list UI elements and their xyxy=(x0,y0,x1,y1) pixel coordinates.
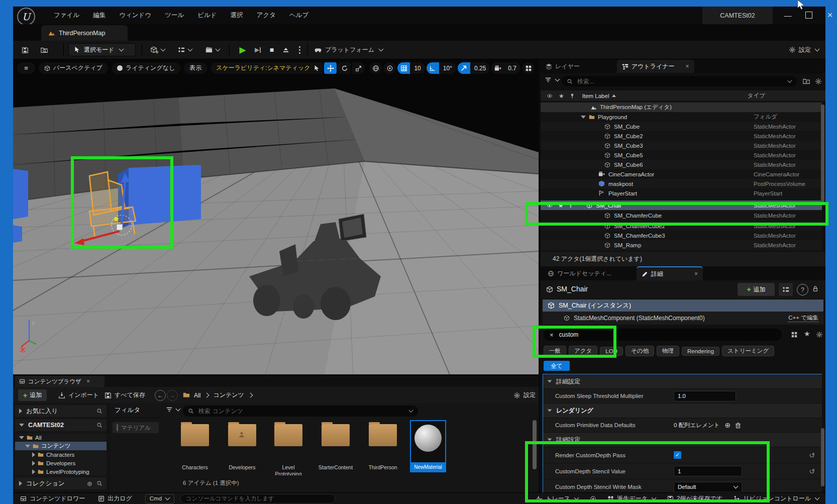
lock-icon[interactable] xyxy=(812,285,819,292)
outliner-row-playerstart[interactable]: PlayerStartPlayerStart xyxy=(541,188,822,198)
content-settings-button[interactable]: 設定 xyxy=(513,389,536,401)
search-icon[interactable] xyxy=(96,408,102,414)
outliner-row-playground[interactable]: Playgroundフォルダ xyxy=(541,112,822,122)
view-mode-dropdown[interactable]: ライティングなし xyxy=(112,62,180,74)
customdepth-checkbox[interactable]: ✓ xyxy=(674,451,681,459)
asset-filter-button[interactable] xyxy=(166,406,180,413)
menu-actor[interactable]: アクタ xyxy=(257,11,276,20)
col-item-label[interactable]: Item Label xyxy=(582,93,609,99)
sleep-threshold-input[interactable]: 1.0 xyxy=(674,391,736,401)
outliner-row[interactable]: SM_RampStaticMeshActor xyxy=(541,240,822,250)
rotate-tool-button[interactable] xyxy=(338,62,351,74)
scalability-warning[interactable]: スケーラビリティ:シネマティック xyxy=(211,62,316,74)
outliner-row[interactable]: SM_ChamferCube3StaticMeshActor xyxy=(541,231,822,240)
add-component-button[interactable]: +追加 xyxy=(738,283,775,296)
tree-item-developers[interactable]: Developers xyxy=(15,459,107,467)
tab-world-settings[interactable]: ワールドセッティ... xyxy=(543,267,616,280)
rotation-snap-value[interactable]: 10° xyxy=(439,62,456,74)
menu-file[interactable]: ファイル xyxy=(54,11,79,20)
unsaved-button[interactable]: 2個が未保存です xyxy=(667,494,723,503)
all-categories-button[interactable]: 全て xyxy=(544,361,570,371)
scale-tool-button[interactable] xyxy=(352,62,365,74)
edit-cpp-link[interactable]: C++ で編集 xyxy=(788,314,818,322)
tab-layers[interactable]: レイヤー xyxy=(541,60,585,73)
breadcrumb-root[interactable]: All xyxy=(194,392,200,399)
details-scrollbar[interactable] xyxy=(821,428,824,486)
close-icon[interactable]: × xyxy=(86,378,90,385)
close-button[interactable]: × xyxy=(823,9,837,22)
outliner-row-maskpost[interactable]: maskpostPostProcessVolume xyxy=(541,179,822,188)
outliner-row[interactable]: SM_Cube2StaticMeshActor xyxy=(541,131,822,141)
outliner-row-map[interactable]: ThirdPersonMap (エディタ) xyxy=(541,103,822,112)
insights-icon[interactable] xyxy=(590,495,596,502)
outliner-row[interactable]: SM_CubeStaticMeshActor xyxy=(541,122,822,131)
outliner-search-box[interactable] xyxy=(562,76,797,86)
stencil-value-input[interactable]: 1 xyxy=(674,466,742,476)
close-icon[interactable]: × xyxy=(694,270,698,277)
menu-select[interactable]: 選択 xyxy=(231,11,243,20)
asset-folder-thirdperson[interactable]: ThirdPerson xyxy=(369,424,408,470)
quick-add-actor-button[interactable]: + xyxy=(147,43,169,56)
outliner-filter-button[interactable] xyxy=(545,76,560,83)
star-icon[interactable]: ★ xyxy=(559,92,564,99)
asset-folder-characters[interactable]: Characters xyxy=(181,424,220,470)
save-level-button[interactable] xyxy=(18,44,32,56)
add-folder-icon[interactable] xyxy=(803,78,810,85)
close-icon[interactable]: × xyxy=(686,63,689,70)
tab-rendering[interactable]: Rendering xyxy=(682,347,719,356)
outliner-row-camera[interactable]: CineCameraActorCineCameraActor xyxy=(541,169,822,179)
play-button[interactable]: ▶ xyxy=(235,43,250,56)
eye-icon[interactable] xyxy=(547,93,553,99)
details-search-input[interactable] xyxy=(558,331,776,339)
pin-icon[interactable] xyxy=(569,93,575,99)
world-local-toggle[interactable] xyxy=(369,62,382,74)
writemask-dropdown[interactable]: Default xyxy=(674,482,742,492)
tree-item-content[interactable]: コンテンツ xyxy=(15,442,107,450)
col-type-label[interactable]: タイプ xyxy=(748,92,765,99)
component-row[interactable]: StaticMeshComponent (StaticMeshComponent… xyxy=(543,312,823,325)
add-collection-icon[interactable]: ⊕ xyxy=(87,480,92,487)
details-settings-icon[interactable] xyxy=(816,331,823,338)
trash-icon[interactable] xyxy=(735,422,742,429)
tab-lod[interactable]: LOD xyxy=(600,347,623,356)
cmd-selector[interactable]: Cmd xyxy=(145,494,174,503)
asset-scrollbar[interactable] xyxy=(533,420,537,469)
blueprint-convert-button[interactable] xyxy=(779,283,793,296)
content-drawer-button[interactable]: コンテンツドロワー xyxy=(20,494,85,503)
tab-content-browser[interactable]: コンテンツブラウザ × xyxy=(15,376,104,387)
tab-thirdpersonmap[interactable]: ThirdPersonMap xyxy=(41,25,128,41)
cinematics-button[interactable] xyxy=(202,43,223,56)
asset-newmaterial-selected[interactable]: NewMaterial xyxy=(410,420,446,472)
menu-edit[interactable]: 編集 xyxy=(93,11,106,20)
revision-control-button[interactable]: リビジョンコントロール xyxy=(734,494,819,503)
tab-general[interactable]: 一般 xyxy=(544,346,566,356)
display-options-icon[interactable] xyxy=(791,331,798,338)
unreal-logo-icon[interactable]: U xyxy=(17,8,35,26)
tab-actor[interactable]: アクタ xyxy=(569,346,597,356)
viewport-menu-button[interactable]: ≡ xyxy=(17,62,35,74)
camera-speed-value[interactable]: 0.7 xyxy=(504,62,520,74)
tree-item-levelprototyping[interactable]: LevelPrototyping xyxy=(15,467,107,475)
trace-button[interactable]: トレース xyxy=(536,494,579,503)
section-advanced-2[interactable]: 詳細設定 xyxy=(543,433,822,447)
play-options-button[interactable] xyxy=(295,43,303,56)
tab-physics[interactable]: 物理 xyxy=(657,346,679,356)
asset-search-box[interactable] xyxy=(183,406,418,417)
breadcrumb-content[interactable]: コンテンツ xyxy=(213,391,244,399)
details-search-box[interactable]: × xyxy=(544,329,782,341)
favorite-icon[interactable]: ★ xyxy=(804,330,810,338)
rotation-snap-toggle[interactable] xyxy=(427,62,439,74)
menu-build[interactable]: ビルド xyxy=(197,11,217,20)
camera-speed-icon[interactable] xyxy=(491,62,504,74)
section-advanced-1[interactable]: 詳細設定 xyxy=(543,374,822,389)
back-button[interactable]: ← xyxy=(155,390,166,401)
outliner-scrollbar[interactable] xyxy=(821,105,824,204)
browse-content-button[interactable] xyxy=(36,44,52,56)
menu-help[interactable]: ヘルプ xyxy=(289,11,308,20)
reset-to-default-icon[interactable]: ↺ xyxy=(809,451,815,459)
frame-skip-button[interactable]: ▶ xyxy=(251,43,264,56)
output-log-button[interactable]: 出力ログ xyxy=(98,494,132,503)
tab-streaming[interactable]: ストリーミング xyxy=(722,346,774,356)
menu-tools[interactable]: ツール xyxy=(165,11,184,20)
add-content-button[interactable]: +追加 xyxy=(18,389,47,401)
